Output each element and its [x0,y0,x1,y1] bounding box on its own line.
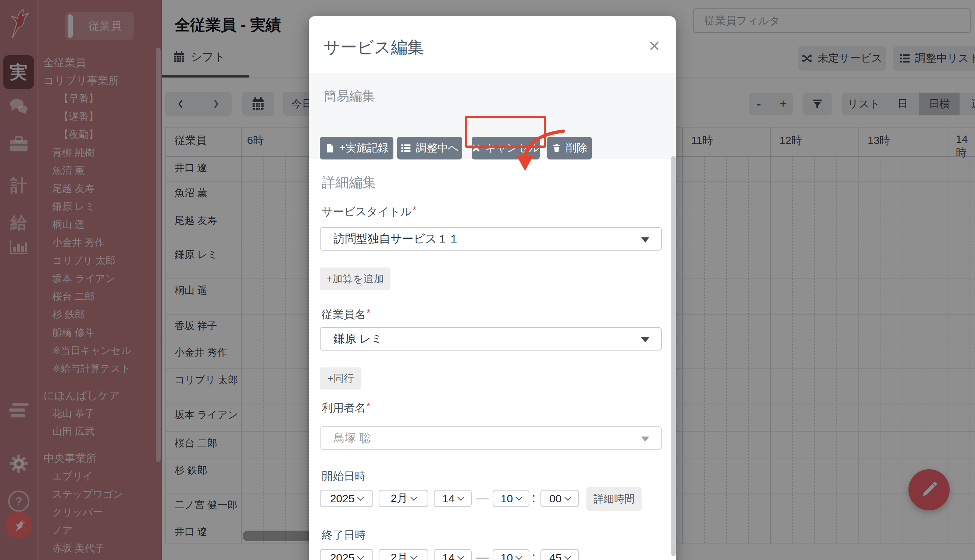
select-value: 45 [549,552,561,560]
select-value: 14 [442,552,454,560]
select-value: 2月 [391,491,408,506]
end-hour-select[interactable]: 10 [493,549,529,560]
required-asterisk: * [367,400,370,412]
service-edit-modal: サービス編集 × 簡易編集 +実施記録調整中へキャンセル削除 詳細編集 サービス… [309,16,676,560]
select-value: 2025 [330,492,355,505]
start-minute-select[interactable]: 00 [541,490,579,507]
select-value: 00 [549,492,561,505]
end-year-select[interactable]: 2025 [320,549,373,560]
start-day-select[interactable]: 14 [434,490,472,507]
chevron-down-icon [411,494,417,500]
select-value: 10 [501,552,513,560]
end-minute-select[interactable]: 45 [541,549,579,560]
employee-name-label: 従業員名* [322,307,370,322]
modal-title: サービス編集 [324,37,424,58]
required-asterisk: * [412,204,416,215]
end-datetime-label: 終了日時 [322,528,366,543]
date-time-separator: — [476,550,489,560]
document-icon [325,143,335,153]
employee-name-select[interactable]: 鎌原 レミ [320,327,662,350]
chevron-down-icon [641,337,649,342]
chevron-down-icon [564,553,571,560]
chevron-down-icon [564,494,571,500]
employee-name-value: 鎌原 レミ [334,331,383,347]
time-colon: : [532,550,535,560]
user-name-label: 利用者名* [322,400,370,416]
chevron-down-icon [516,553,522,560]
start-datetime-label: 開始日時 [322,469,366,484]
quick-button-label: 調整中へ [416,141,459,155]
chevron-down-icon [641,437,649,442]
quick-button-label: +実施記録 [340,141,389,155]
time-detail-button[interactable]: 詳細時間 [586,487,641,511]
quick-button-record[interactable]: +実施記録 [320,137,393,160]
user-name-select[interactable]: 鳥塚 聡 [320,426,662,450]
detail-edit-heading: 詳細編集 [322,173,376,192]
chevron-down-icon [641,237,649,243]
required-asterisk: * [367,307,370,318]
service-title-value: 訪問型独自サービス１１ [334,231,459,247]
chevron-down-icon [457,553,464,560]
accompany-button[interactable]: +同行 [320,367,361,390]
start-hour-select[interactable]: 10 [493,490,529,507]
close-icon[interactable]: × [643,35,665,57]
service-title-select[interactable]: 訪問型独自サービス１１ [320,227,662,251]
chevron-down-icon [411,553,417,560]
select-value: 2025 [330,552,355,560]
chevron-down-icon [357,494,364,500]
date-time-separator: — [476,490,489,505]
end-month-select[interactable]: 2月 [379,549,428,560]
quick-edit-section: 簡易編集 +実施記録調整中へキャンセル削除 [309,73,676,159]
annotation-arrow [456,125,574,176]
quick-edit-heading: 簡易編集 [324,87,375,105]
chevron-down-icon [357,553,364,560]
time-colon: : [532,490,535,505]
quick-button-to-adjusting[interactable]: 調整中へ [397,137,462,160]
select-value: 2月 [391,550,408,560]
list-icon [401,143,411,153]
start-month-select[interactable]: 2月 [379,490,428,507]
chevron-down-icon [516,494,522,500]
chevron-down-icon [457,494,464,500]
end-day-select[interactable]: 14 [434,549,472,560]
select-value: 14 [442,492,454,505]
start-year-select[interactable]: 2025 [320,490,373,507]
select-value: 10 [501,492,513,505]
service-title-label: サービスタイトル* [322,204,416,219]
modal-scrollbar[interactable] [671,156,676,556]
add-addition-button[interactable]: +加算を追加 [320,268,391,290]
user-name-placeholder: 鳥塚 聡 [334,430,371,446]
